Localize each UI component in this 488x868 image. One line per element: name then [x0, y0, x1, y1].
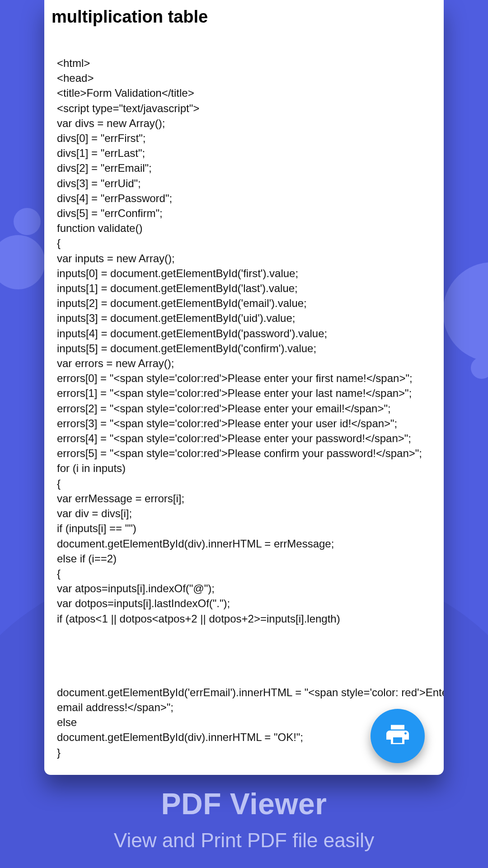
- document-title: multiplication table: [44, 0, 444, 28]
- code-line: divs[0] = "errFirst";: [57, 131, 431, 146]
- code-line: else if (i==2): [57, 551, 431, 566]
- code-line: inputs[1] = document.getElementById('las…: [57, 281, 431, 296]
- document-body: <html><head><title>Form Validation</titl…: [44, 28, 444, 775]
- code-line: var div = divs[i];: [57, 506, 431, 521]
- code-line: inputs[5] = document.getElementById('con…: [57, 341, 431, 356]
- promo-title: PDF Viewer: [0, 787, 488, 821]
- code-line: if (inputs[i] == ""): [57, 521, 431, 536]
- code-line: errors[4] = "<span style='color:red'>Ple…: [57, 431, 431, 446]
- promo-block: PDF Viewer View and Print PDF file easil…: [0, 787, 488, 852]
- code-line: var errors = new Array();: [57, 356, 431, 371]
- code-line: inputs[4] = document.getElementById('pas…: [57, 326, 431, 341]
- code-line: divs[5] = "errConfirm";: [57, 206, 431, 221]
- promo-subtitle: View and Print PDF file easily: [0, 829, 488, 852]
- code-line: errors[1] = "<span style='color:red'>Ple…: [57, 386, 431, 401]
- code-line: var dotpos=inputs[i].lastIndexOf(".");: [57, 596, 431, 611]
- code-line: errors[3] = "<span style='color:red'>Ple…: [57, 416, 431, 431]
- code-line: <html>: [57, 56, 431, 71]
- code-line: if (atpos<1 || dotpos<atpos+2 || dotpos+…: [57, 611, 431, 626]
- code-line: {: [57, 476, 431, 491]
- background-circle: [471, 357, 488, 379]
- code-line: document.getElementById(div).innerHTML =…: [57, 536, 431, 551]
- code-line: inputs[0] = document.getElementById('fir…: [57, 266, 431, 281]
- code-line: <script type="text/javascript">: [57, 101, 431, 116]
- code-line: email address!</span>";: [57, 700, 431, 715]
- code-line: var errMessage = errors[i];: [57, 491, 431, 506]
- code-line: <head>: [57, 71, 431, 85]
- code-line: divs[4] = "errPassword";: [57, 191, 431, 206]
- code-line: errors[5] = "<span style='color:red'>Ple…: [57, 446, 431, 461]
- code-line: {: [57, 236, 431, 250]
- code-line: divs[3] = "errUid";: [57, 176, 431, 191]
- code-line: inputs[3] = document.getElementById('uid…: [57, 311, 431, 326]
- code-line: errors[2] = "<span style='color:red'>Ple…: [57, 401, 431, 416]
- code-line: var divs = new Array();: [57, 116, 431, 131]
- code-line: for (i in inputs): [57, 461, 431, 476]
- code-line: divs[2] = "errEmail";: [57, 160, 431, 175]
- code-line: divs[1] = "errLast";: [57, 146, 431, 160]
- background-circle: [443, 262, 488, 362]
- background-circle: [14, 208, 41, 235]
- code-line: errors[0] = "<span style='color:red'>Ple…: [57, 371, 431, 386]
- document-preview[interactable]: multiplication table <html><head><title>…: [44, 0, 444, 775]
- print-button[interactable]: [371, 709, 425, 763]
- code-line: document.getElementById('errEmail').inne…: [57, 685, 431, 700]
- print-icon: [384, 722, 411, 750]
- code-line: function validate(): [57, 221, 431, 236]
- code-line: var atpos=inputs[i].indexOf("@");: [57, 581, 431, 596]
- background-circle: [0, 235, 45, 289]
- code-line: <title>Form Validation</title>: [57, 85, 431, 100]
- code-line: var inputs = new Array();: [57, 251, 431, 266]
- code-line: inputs[2] = document.getElementById('ema…: [57, 296, 431, 311]
- code-line: {: [57, 566, 431, 581]
